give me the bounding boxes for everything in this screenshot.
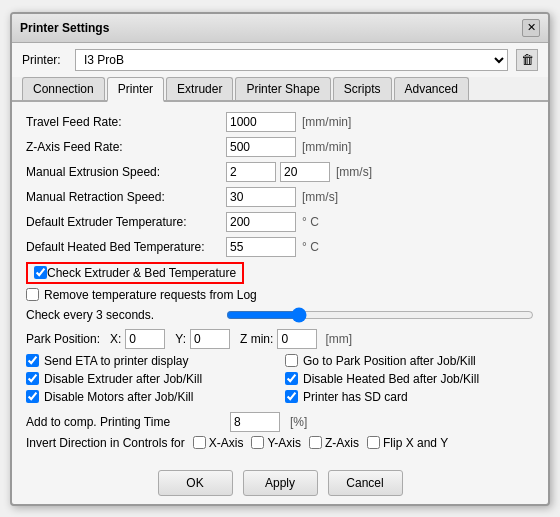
- y-axis-checkbox[interactable]: [251, 436, 264, 449]
- z-axis-feed-rate-label: Z-Axis Feed Rate:: [26, 140, 226, 154]
- z-axis-feed-rate-row: Z-Axis Feed Rate: [mm/min]: [26, 137, 534, 157]
- col-left: Send ETA to printer display Disable Extr…: [26, 354, 275, 408]
- add-to-comp-row: Add to comp. Printing Time [%]: [26, 412, 534, 432]
- buttons-row: OK Apply Cancel: [12, 460, 548, 504]
- tab-advanced[interactable]: Advanced: [394, 77, 469, 100]
- go-to-park-row: Go to Park Position after Job/Kill: [285, 354, 534, 368]
- printer-label: Printer:: [22, 53, 67, 67]
- delete-printer-button[interactable]: 🗑: [516, 49, 538, 71]
- park-position-label: Park Position:: [26, 332, 106, 346]
- x-axis-checkbox[interactable]: [193, 436, 206, 449]
- travel-feed-rate-input[interactable]: [226, 112, 296, 132]
- tab-connection[interactable]: Connection: [22, 77, 105, 100]
- printer-has-sd-row: Printer has SD card: [285, 390, 534, 404]
- printer-tab-content: Travel Feed Rate: [mm/min] Z-Axis Feed R…: [12, 102, 548, 460]
- manual-retraction-speed-row: Manual Retraction Speed: [mm/s]: [26, 187, 534, 207]
- park-unit: [mm]: [325, 332, 352, 346]
- disable-motors-checkbox[interactable]: [26, 390, 39, 403]
- park-zmin-input[interactable]: [277, 329, 317, 349]
- flip-xy-checkbox-row: Flip X and Y: [367, 436, 448, 450]
- delete-icon: 🗑: [521, 52, 534, 67]
- tab-extruder[interactable]: Extruder: [166, 77, 233, 100]
- z-axis-checkbox[interactable]: [309, 436, 322, 449]
- remove-temp-requests-row: Remove temperature requests from Log: [26, 288, 534, 302]
- disable-extruder-label: Disable Extruder after Job/Kill: [44, 372, 202, 386]
- default-extruder-temp-label: Default Extruder Temperature:: [26, 215, 226, 229]
- remove-temp-requests-label: Remove temperature requests from Log: [44, 288, 257, 302]
- manual-retraction-speed-label: Manual Retraction Speed:: [26, 190, 226, 204]
- title-bar: Printer Settings ✕: [12, 14, 548, 43]
- checkboxes-section: Send ETA to printer display Disable Extr…: [26, 354, 534, 408]
- disable-motors-row: Disable Motors after Job/Kill: [26, 390, 275, 404]
- default-heated-bed-temp-label: Default Heated Bed Temperature:: [26, 240, 226, 254]
- disable-motors-label: Disable Motors after Job/Kill: [44, 390, 193, 404]
- y-axis-checkbox-row: Y-Axis: [251, 436, 301, 450]
- park-x-input[interactable]: [125, 329, 165, 349]
- park-position-row: Park Position: X: Y: Z min: [mm]: [26, 329, 534, 349]
- flip-xy-checkbox[interactable]: [367, 436, 380, 449]
- y-axis-label: Y-Axis: [267, 436, 301, 450]
- manual-retraction-speed-input[interactable]: [226, 187, 296, 207]
- cancel-button[interactable]: Cancel: [328, 470, 403, 496]
- invert-direction-label: Invert Direction in Controls for: [26, 436, 185, 450]
- z-axis-feed-rate-unit: [mm/min]: [302, 140, 351, 154]
- printer-has-sd-label: Printer has SD card: [303, 390, 408, 404]
- tab-printer-shape[interactable]: Printer Shape: [235, 77, 330, 100]
- default-extruder-temp-row: Default Extruder Temperature: ° C: [26, 212, 534, 232]
- default-extruder-temp-input[interactable]: [226, 212, 296, 232]
- park-zmin-label: Z min:: [240, 332, 273, 346]
- add-to-comp-label: Add to comp. Printing Time: [26, 415, 226, 429]
- z-axis-label: Z-Axis: [325, 436, 359, 450]
- add-to-comp-unit: [%]: [290, 415, 307, 429]
- z-axis-checkbox-row: Z-Axis: [309, 436, 359, 450]
- tab-scripts[interactable]: Scripts: [333, 77, 392, 100]
- park-x-label: X:: [110, 332, 121, 346]
- remove-temp-requests-checkbox[interactable]: [26, 288, 39, 301]
- default-extruder-temp-unit: ° C: [302, 215, 319, 229]
- dialog-title: Printer Settings: [20, 21, 109, 35]
- manual-extrusion-speed-label: Manual Extrusion Speed:: [26, 165, 226, 179]
- invert-direction-row: Invert Direction in Controls for X-Axis …: [26, 436, 534, 450]
- manual-extrusion-speed-unit: [mm/s]: [336, 165, 372, 179]
- send-eta-checkbox[interactable]: [26, 354, 39, 367]
- printer-has-sd-checkbox[interactable]: [285, 390, 298, 403]
- go-to-park-checkbox[interactable]: [285, 354, 298, 367]
- check-every-row: Check every 3 seconds.: [26, 306, 534, 324]
- check-extruder-bed-checkbox[interactable]: [34, 266, 47, 279]
- disable-heated-bed-label: Disable Heated Bed after Job/Kill: [303, 372, 479, 386]
- printer-settings-dialog: Printer Settings ✕ Printer: I3 ProB 🗑 Co…: [10, 12, 550, 506]
- flip-xy-label: Flip X and Y: [383, 436, 448, 450]
- manual-extrusion-speed-input1[interactable]: [226, 162, 276, 182]
- manual-extrusion-speed-row: Manual Extrusion Speed: [mm/s]: [26, 162, 534, 182]
- close-icon: ✕: [527, 21, 536, 34]
- default-heated-bed-temp-input[interactable]: [226, 237, 296, 257]
- col-right: Go to Park Position after Job/Kill Disab…: [285, 354, 534, 408]
- disable-extruder-row: Disable Extruder after Job/Kill: [26, 372, 275, 386]
- check-every-label: Check every 3 seconds.: [26, 308, 226, 322]
- default-heated-bed-temp-unit: ° C: [302, 240, 319, 254]
- check-every-slider[interactable]: [226, 306, 534, 324]
- z-axis-feed-rate-input[interactable]: [226, 137, 296, 157]
- go-to-park-label: Go to Park Position after Job/Kill: [303, 354, 476, 368]
- add-to-comp-input[interactable]: [230, 412, 280, 432]
- default-heated-bed-temp-row: Default Heated Bed Temperature: ° C: [26, 237, 534, 257]
- apply-button[interactable]: Apply: [243, 470, 318, 496]
- travel-feed-rate-row: Travel Feed Rate: [mm/min]: [26, 112, 534, 132]
- printer-row: Printer: I3 ProB 🗑: [12, 43, 548, 77]
- check-extruder-bed-label: Check Extruder & Bed Temperature: [47, 266, 236, 280]
- close-button[interactable]: ✕: [522, 19, 540, 37]
- ok-button[interactable]: OK: [158, 470, 233, 496]
- check-extruder-bed-checkbox-row: Check Extruder & Bed Temperature: [26, 262, 244, 284]
- send-eta-row: Send ETA to printer display: [26, 354, 275, 368]
- printer-select[interactable]: I3 ProB: [75, 49, 508, 71]
- tab-printer[interactable]: Printer: [107, 77, 164, 102]
- send-eta-label: Send ETA to printer display: [44, 354, 189, 368]
- x-axis-checkbox-row: X-Axis: [193, 436, 244, 450]
- disable-heated-bed-checkbox[interactable]: [285, 372, 298, 385]
- manual-extrusion-speed-input2[interactable]: [280, 162, 330, 182]
- disable-extruder-checkbox[interactable]: [26, 372, 39, 385]
- manual-retraction-speed-unit: [mm/s]: [302, 190, 338, 204]
- x-axis-label: X-Axis: [209, 436, 244, 450]
- disable-heated-bed-row: Disable Heated Bed after Job/Kill: [285, 372, 534, 386]
- park-y-input[interactable]: [190, 329, 230, 349]
